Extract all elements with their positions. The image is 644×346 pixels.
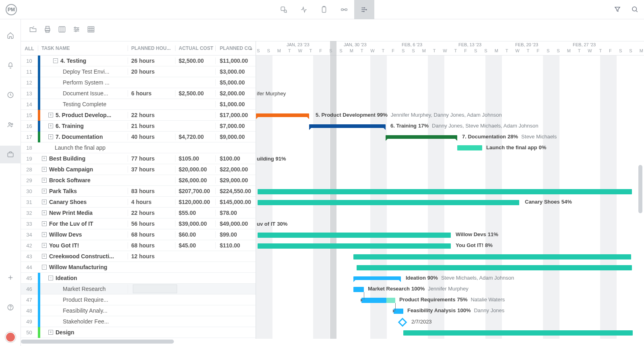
collapse-icon[interactable]: −: [48, 276, 53, 280]
search-icon[interactable]: [631, 6, 638, 14]
gantt-bar[interactable]: [361, 298, 386, 303]
actual-cost-cell[interactable]: $207,700.00: [175, 188, 215, 194]
task-name-cell[interactable]: +7. Documentation: [40, 134, 128, 140]
table-row[interactable]: 31+Canary Shoes4 hours$120,000.00$145,00…: [21, 197, 256, 208]
expand-icon[interactable]: +: [48, 330, 53, 335]
table-row[interactable]: 19+Best Building77 hours$105.00$100.00: [21, 153, 256, 164]
expand-icon[interactable]: +: [42, 167, 47, 172]
task-name-cell[interactable]: +Webb Campaign: [40, 166, 128, 173]
planned-cost-cell[interactable]: $5,000.00: [215, 79, 256, 86]
gantt-bar[interactable]: [403, 330, 633, 336]
planned-cost-cell[interactable]: $29,000.00: [215, 177, 256, 183]
planned-hours-cell[interactable]: 40 hours: [128, 134, 175, 140]
planned-cost-cell[interactable]: $22,000.00: [215, 166, 256, 173]
planned-hours-cell[interactable]: 22 hours: [128, 112, 175, 118]
planned-hours-cell[interactable]: 6 hours: [128, 90, 175, 97]
actual-cost-cell[interactable]: $2,500.00: [175, 58, 215, 64]
table-row[interactable]: 17+7. Documentation40 hours$4,720.00$9,0…: [21, 132, 256, 142]
expand-icon[interactable]: +: [42, 189, 47, 194]
planned-cost-cell[interactable]: $110.00: [215, 242, 256, 249]
table-row[interactable]: 11Deploy Test Envi...20 hours$3,000.00: [21, 66, 256, 77]
collapse-icon[interactable]: −: [42, 265, 47, 270]
nav-home-icon[interactable]: [0, 27, 21, 44]
planned-hours-cell[interactable]: 22 hours: [128, 210, 175, 216]
gantt-bar[interactable]: [258, 243, 451, 249]
task-name-cell[interactable]: +For the Luv of IT: [40, 220, 128, 227]
expand-icon[interactable]: +: [42, 221, 47, 226]
task-name-cell[interactable]: Document Issue...: [40, 90, 128, 97]
col-header-planned-hours[interactable]: PLANNED HOU...: [128, 45, 175, 51]
expand-icon[interactable]: +: [42, 156, 47, 161]
table-row[interactable]: 13Document Issue...6 hours$2,500.00$2,00…: [21, 88, 256, 99]
col-header-all[interactable]: ALL: [21, 45, 38, 51]
expand-icon[interactable]: +: [42, 243, 47, 248]
planned-hours-cell[interactable]: 37 hours: [128, 166, 175, 173]
col-header-actual-cost[interactable]: ACTUAL COST: [175, 45, 215, 51]
task-name-cell[interactable]: −Willow Manufacturing: [40, 264, 128, 270]
task-name-cell[interactable]: +Creekwood Constructi...: [40, 253, 128, 260]
chevron-down-icon[interactable]: ⌄: [249, 45, 253, 51]
gantt-chart[interactable]: JAN, 23 '23JAN, 30 '23FEB, 6 '23FEB, 13 …: [256, 41, 644, 339]
expand-icon[interactable]: +: [48, 124, 53, 128]
task-name-cell[interactable]: +Best Building: [40, 155, 128, 162]
task-name-cell[interactable]: +Brock Software: [40, 177, 128, 183]
task-name-cell[interactable]: Stakeholder Fee...: [40, 318, 128, 325]
grid-body[interactable]: 10−4. Testing26 hours$2,500.00$11,000.00…: [21, 56, 256, 339]
planned-hours-cell[interactable]: 68 hours: [128, 242, 175, 249]
expand-icon[interactable]: +: [42, 200, 47, 204]
task-name-cell[interactable]: +6. Training: [40, 123, 128, 129]
table-row[interactable]: 44−Willow Manufacturing: [21, 262, 256, 273]
planned-cost-cell[interactable]: $3,000.00: [215, 68, 256, 75]
table-row[interactable]: 16+6. Training21 hours$7,000.00: [21, 121, 256, 132]
task-name-cell[interactable]: +Canary Shoes: [40, 199, 128, 205]
actual-cost-cell[interactable]: $26,000.00: [175, 177, 215, 183]
planned-cost-cell[interactable]: $49,000.00: [215, 220, 256, 227]
planned-cost-cell[interactable]: $78.00: [215, 210, 256, 216]
planned-cost-cell[interactable]: $99.00: [215, 231, 256, 238]
table-row[interactable]: 46Market Research: [21, 284, 256, 295]
actual-cost-cell[interactable]: $105.00: [175, 155, 215, 162]
tool-table-icon[interactable]: [86, 25, 96, 34]
view-gantt-icon[interactable]: [354, 0, 374, 19]
table-row[interactable]: 10−4. Testing26 hours$2,500.00$11,000.00: [21, 56, 256, 66]
task-name-cell[interactable]: Feasibility Analy...: [40, 307, 128, 314]
gantt-bar[interactable]: [258, 200, 519, 205]
tool-print-icon[interactable]: [43, 25, 52, 34]
view-zoom-icon[interactable]: [274, 0, 294, 19]
nav-bell-icon[interactable]: [0, 56, 21, 74]
task-name-cell[interactable]: Market Research: [40, 286, 128, 292]
task-name-cell[interactable]: Launch the final app: [40, 144, 128, 151]
task-name-cell[interactable]: +Design: [40, 329, 128, 336]
gantt-bar[interactable]: [386, 135, 457, 139]
planned-cost-cell[interactable]: $100.00: [215, 155, 256, 162]
actual-cost-cell[interactable]: $20,000.00: [175, 166, 215, 173]
expand-icon[interactable]: +: [48, 134, 53, 139]
table-row[interactable]: 12Perform System ...$5,000.00: [21, 77, 256, 88]
gantt-bar[interactable]: [309, 124, 386, 128]
actual-cost-cell[interactable]: $4,720.00: [175, 134, 215, 140]
planned-cost-cell[interactable]: $2,000.00: [215, 90, 256, 97]
planned-hours-input[interactable]: [133, 284, 177, 293]
planned-hours-cell[interactable]: 83 hours: [128, 188, 175, 194]
view-list-icon[interactable]: [314, 0, 334, 19]
planned-hours-cell[interactable]: 21 hours: [128, 123, 175, 129]
gantt-bar[interactable]: [357, 265, 632, 270]
nav-help-icon[interactable]: [0, 299, 21, 316]
nav-add-icon[interactable]: [0, 269, 21, 286]
filter-icon[interactable]: [614, 6, 621, 14]
planned-cost-cell[interactable]: $224,550.00: [215, 188, 256, 194]
app-logo[interactable]: PM: [6, 4, 17, 15]
nav-clock-icon[interactable]: [0, 86, 21, 104]
milestone-diamond[interactable]: [398, 318, 407, 327]
task-name-cell[interactable]: +5. Product Develop...: [40, 112, 128, 118]
view-link-icon[interactable]: [334, 0, 354, 19]
tool-columns-icon[interactable]: [57, 25, 67, 34]
vertical-scrollbar[interactable]: [638, 60, 642, 221]
horizontal-scrollbar[interactable]: [21, 340, 644, 344]
expand-icon[interactable]: +: [48, 113, 53, 117]
planned-cost-cell[interactable]: $9,000.00: [215, 134, 256, 140]
task-name-cell[interactable]: −Ideation: [40, 275, 128, 281]
table-row[interactable]: 32+New Print Media22 hours$55.00$78.00: [21, 208, 256, 218]
table-row[interactable]: 50+Design: [21, 327, 256, 338]
actual-cost-cell[interactable]: $2,500.00: [175, 90, 215, 97]
